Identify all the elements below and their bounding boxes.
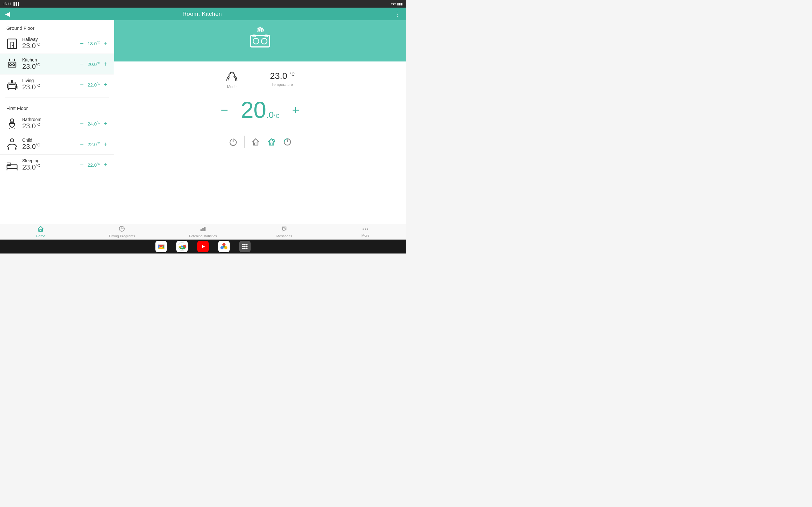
bathroom-icon: [5, 117, 19, 130]
nav-timing[interactable]: Timing Programs: [81, 224, 162, 239]
nav-more-label: More: [361, 233, 369, 237]
home-button[interactable]: [248, 134, 264, 150]
bathroom-info: Bathroom 23.0°C: [22, 117, 79, 130]
nav-home[interactable]: Home: [0, 224, 81, 239]
android-taskbar: [0, 239, 406, 253]
bathroom-controls: − 24.0°C +: [79, 119, 109, 128]
svg-point-30: [253, 38, 259, 44]
kitchen-icon: [5, 57, 19, 71]
svg-point-71: [246, 248, 248, 249]
living-name: Living: [22, 78, 79, 83]
youtube-icon[interactable]: [197, 241, 209, 252]
sleeping-name: Sleeping: [22, 158, 79, 163]
nav-messages-icon: [281, 226, 287, 233]
living-increment[interactable]: +: [102, 80, 109, 89]
nav-home-icon: [38, 226, 44, 233]
svg-point-7: [9, 64, 11, 66]
child-info: Child 23.0°C: [22, 137, 79, 151]
svg-point-2: [12, 45, 13, 46]
power-button[interactable]: [225, 134, 241, 150]
svg-point-63: [242, 244, 244, 245]
svg-point-49: [284, 228, 285, 228]
kitchen-temp: 23.0°C: [22, 62, 79, 71]
sleeping-icon: [5, 158, 19, 172]
kitchen-increment[interactable]: +: [102, 60, 109, 68]
living-decrement[interactable]: −: [79, 80, 85, 89]
nav-statistics-label: Fetching statistics: [189, 234, 217, 238]
svg-point-8: [13, 64, 14, 66]
status-time: 13:41: [3, 2, 11, 6]
hallway-decrement[interactable]: −: [79, 39, 85, 48]
away-button[interactable]: [264, 134, 280, 150]
sleeping-decrement[interactable]: −: [79, 160, 85, 169]
setpoint-decrement[interactable]: −: [221, 104, 228, 116]
bottom-nav: Home Timing Programs Fetching statistics: [0, 224, 406, 239]
kitchen-detail: Mode 23.0 °C Temperature − 20 .0 °C +: [114, 61, 406, 224]
nav-statistics[interactable]: Fetching statistics: [162, 224, 244, 239]
app-drawer-icon[interactable]: [239, 241, 251, 252]
sleeping-setpoint: 22.0°C: [88, 162, 100, 168]
wifi-icon: ▾▾▾: [391, 2, 396, 6]
living-icon: [5, 78, 19, 92]
control-divider: [244, 135, 245, 148]
chrome-icon[interactable]: [176, 241, 188, 252]
menu-button[interactable]: ⋮: [395, 10, 401, 18]
child-temp: 23.0°C: [22, 143, 79, 151]
child-increment[interactable]: +: [102, 140, 109, 149]
battery-icon: ▮▮▮: [397, 2, 403, 6]
gmail-icon[interactable]: [155, 241, 167, 252]
right-panel: Mode 23.0 °C Temperature − 20 .0 °C +: [114, 20, 406, 224]
svg-point-68: [246, 246, 248, 247]
hallway-increment[interactable]: +: [102, 39, 109, 48]
mode-label: Mode: [227, 84, 237, 89]
bathroom-setpoint: 24.0°C: [88, 121, 100, 126]
living-setpoint: 22.0°C: [88, 82, 100, 88]
hallway-name: Hallway: [22, 37, 79, 42]
svg-rect-0: [8, 39, 16, 49]
svg-rect-44: [200, 229, 202, 231]
room-item-living[interactable]: Living 23.0°C − 22.0°C +: [0, 74, 114, 95]
nav-timing-icon: [119, 226, 125, 233]
photos-icon[interactable]: [218, 241, 230, 252]
main-content: Ground Floor Hallway 23.0°C − 18.0°C +: [0, 20, 406, 224]
bathroom-temp: 23.0°C: [22, 122, 79, 130]
sleeping-increment[interactable]: +: [102, 160, 109, 169]
room-item-hallway[interactable]: Hallway 23.0°C − 18.0°C +: [0, 33, 114, 54]
section-first-floor: First Floor: [0, 101, 114, 113]
room-item-child[interactable]: Child 23.0°C − 22.0°C +: [0, 134, 114, 155]
nav-messages[interactable]: Messages: [244, 224, 325, 239]
bathroom-decrement[interactable]: −: [79, 119, 85, 128]
svg-point-69: [242, 248, 244, 249]
back-button[interactable]: ◀: [5, 10, 10, 18]
child-decrement[interactable]: −: [79, 140, 85, 149]
temp-block: 23.0 °C Temperature: [270, 71, 295, 89]
kitchen-hero-icon: [246, 26, 274, 55]
room-item-bathroom[interactable]: Bathroom 23.0°C − 24.0°C +: [0, 113, 114, 134]
hallway-info: Hallway 23.0°C: [22, 37, 79, 50]
room-item-sleeping[interactable]: Sleeping 23.0°C − 22.0°C +: [0, 155, 114, 175]
svg-point-16: [10, 119, 14, 122]
svg-line-18: [9, 128, 9, 129]
nav-statistics-icon: [200, 226, 206, 233]
room-item-kitchen[interactable]: Kitchen 23.0°C − 20.0°C +: [0, 54, 114, 74]
child-name: Child: [22, 137, 79, 143]
signal-icon: ▐▐▐: [12, 2, 19, 6]
svg-point-57: [181, 245, 183, 247]
nav-more[interactable]: More: [325, 224, 406, 239]
setpoint-increment[interactable]: +: [292, 104, 299, 116]
mode-icon: [225, 71, 238, 83]
svg-point-50: [362, 228, 364, 230]
schedule-button[interactable]: [280, 134, 295, 150]
bathroom-increment[interactable]: +: [102, 119, 109, 128]
svg-point-67: [244, 246, 246, 247]
kitchen-decrement[interactable]: −: [79, 60, 85, 68]
page-title: Room: Kitchen: [183, 11, 222, 17]
living-info: Living 23.0°C: [22, 78, 79, 91]
hallway-icon: [5, 37, 19, 50]
kitchen-info: Kitchen 23.0°C: [22, 57, 79, 71]
temperature-display: 23.0 °C: [270, 71, 295, 81]
header: ◀ Room: Kitchen ⋮: [0, 8, 406, 20]
mode-block: Mode: [225, 71, 238, 89]
child-setpoint: 22.0°C: [88, 142, 100, 147]
setpoint-decimal: .0: [266, 110, 273, 120]
